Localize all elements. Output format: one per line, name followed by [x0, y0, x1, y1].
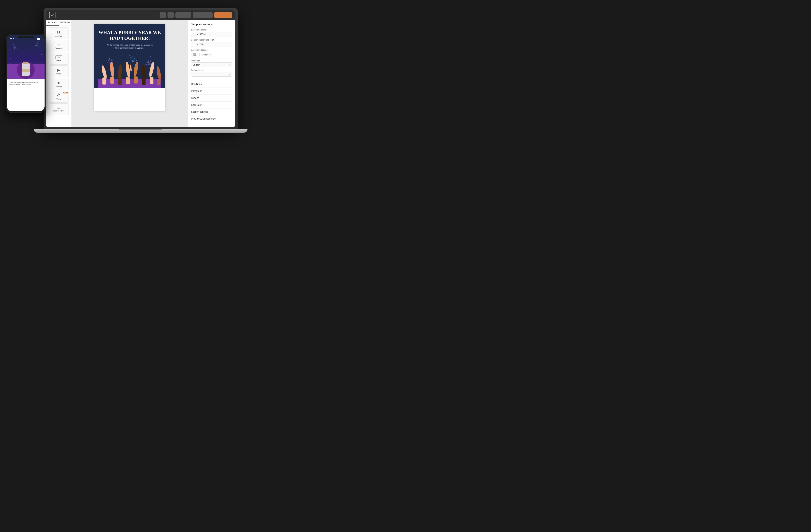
section-paragraph[interactable]: Paragraph: [191, 88, 232, 95]
language-value: English: [193, 63, 229, 66]
block-headline[interactable]: H Headline: [49, 27, 69, 39]
phone-notch: [18, 36, 34, 39]
button-icon: btn: [56, 56, 62, 59]
block-video[interactable]: ▶ Video: [49, 65, 69, 77]
language-select[interactable]: English ▾: [191, 62, 232, 67]
button-label: Button: [56, 60, 61, 62]
signal-icon: ▌▌▌: [37, 38, 40, 40]
hands-illustration: [98, 53, 162, 88]
logo-icon: [49, 12, 56, 18]
canvas-area: WHAT A BUBBLY YEAR WE HAD TOGETHER! As t…: [72, 20, 188, 127]
toolbar-btn-1[interactable]: [159, 12, 166, 18]
blocks-panel: BLOCKS SECTIONS H Headline ≡ Paragraph: [46, 20, 72, 127]
laptop-base: [34, 129, 247, 133]
laptop-screen: BLOCKS SECTIONS H Headline ≡ Paragraph: [46, 10, 235, 127]
blocks-tabs: BLOCKS SECTIONS: [46, 20, 72, 26]
product-label: Product: [56, 85, 62, 87]
custom-html-icon: </>: [57, 107, 60, 109]
phone-icons: ▌▌▌ ▮: [37, 38, 41, 40]
paragraph-label: Paragraph: [55, 47, 63, 49]
svg-text:✦: ✦: [10, 57, 12, 59]
section-buttons[interactable]: Buttons: [191, 95, 232, 102]
phone-hero: ✦ ✦ ✦: [7, 35, 45, 79]
timer-icon: ⏱: [57, 93, 61, 97]
preheader-select[interactable]: ▾: [191, 72, 232, 77]
phone-hero-svg: ✦ ✦ ✦: [7, 35, 45, 79]
svg-rect-29: [118, 78, 122, 85]
video-label: Video: [57, 73, 61, 75]
pro-badge: PRO: [63, 92, 67, 93]
settings-panel: Template settings Background color #f6f6…: [188, 20, 235, 127]
preheader-label: Preheader text: [191, 69, 232, 71]
block-button[interactable]: btn Button: [49, 53, 69, 64]
preview-button[interactable]: [175, 12, 191, 18]
bg-color-swatch: [193, 33, 196, 36]
svg-point-4: [156, 63, 156, 64]
language-label: Language: [191, 59, 232, 62]
section-seperator[interactable]: Seperator: [191, 102, 232, 108]
phone-text-area: Thank you for sharing your journey with …: [7, 79, 45, 88]
block-timer[interactable]: ⏱ Timer PRO: [49, 91, 69, 103]
svg-text:✦: ✦: [41, 54, 42, 56]
svg-point-1: [105, 58, 106, 59]
email-headline: WHAT A BUBBLY YEAR WE HAD TOGETHER!: [98, 30, 162, 41]
paragraph-icon: ≡: [58, 43, 60, 47]
section-preview-unsubscribe[interactable]: Preview & Unsubscribe: [191, 116, 232, 122]
tab-sections[interactable]: SECTIONS: [59, 20, 72, 26]
block-custom-html[interactable]: </> Custom HTML: [49, 103, 69, 115]
send-button[interactable]: [214, 12, 232, 18]
svg-point-5: [129, 55, 130, 56]
block-product[interactable]: 🛍 Product: [49, 78, 69, 90]
settings-panel-title: Template settings: [191, 23, 232, 26]
svg-rect-60: [22, 69, 30, 72]
bg-image-label: Background image: [191, 49, 232, 51]
email-hero: WHAT A BUBBLY YEAR WE HAD TOGETHER! As t…: [94, 24, 165, 88]
phone-body-text: Thank you for sharing your journey with …: [9, 81, 42, 85]
svg-rect-37: [150, 77, 153, 84]
svg-rect-61: [22, 66, 30, 68]
checkmark-icon: [50, 13, 54, 17]
svg-rect-39: [157, 78, 160, 85]
svg-line-41: [142, 66, 143, 72]
tab-blocks[interactable]: BLOCKS: [46, 20, 59, 26]
timer-label: Timer: [57, 98, 61, 100]
change-image-button[interactable]: Change: [199, 53, 211, 57]
phone-time: 12:45: [10, 38, 14, 40]
screen-bezel: BLOCKS SECTIONS H Headline ≡ Paragraph: [46, 10, 235, 127]
svg-text:✦: ✦: [25, 50, 26, 51]
video-icon: ▶: [58, 68, 60, 72]
main-content: BLOCKS SECTIONS H Headline ≡ Paragraph: [46, 20, 235, 127]
bg-image-row: 🖼 Change: [191, 52, 232, 57]
blocks-list: H Headline ≡ Paragraph btn Button: [46, 26, 72, 117]
phone-shell: 12:45 ▌▌▌ ▮: [6, 34, 46, 113]
bg-color-value: #f6f6f6: [197, 33, 205, 35]
phone-screen: 12:45 ▌▌▌ ▮: [7, 35, 45, 111]
laptop-shell: BLOCKS SECTIONS H Headline ≡ Paragraph: [44, 8, 238, 131]
language-dropdown-icon: ▾: [229, 64, 230, 66]
preheader-dropdown-icon: ▾: [229, 73, 230, 75]
svg-rect-33: [134, 76, 138, 83]
bg-color-label: Background color: [191, 29, 232, 31]
toolbar-btn-2[interactable]: [168, 12, 174, 18]
content-bg-color-input[interactable]: #ffffff: [191, 42, 232, 47]
headline-icon: H: [57, 30, 60, 35]
block-paragraph[interactable]: ≡ Paragraph: [49, 40, 69, 52]
svg-rect-59: [23, 62, 28, 64]
content-bg-color-swatch: [193, 43, 196, 46]
battery-icon: ▮: [41, 38, 41, 40]
svg-rect-27: [110, 77, 114, 84]
section-headlines[interactable]: Headlines: [191, 81, 232, 88]
email-canvas: WHAT A BUBBLY YEAR WE HAD TOGETHER! As t…: [94, 24, 165, 111]
svg-rect-35: [142, 78, 146, 85]
top-bar: [46, 10, 235, 20]
email-subtext: As the sparkle settles on another year, …: [106, 44, 153, 49]
svg-line-40: [131, 65, 131, 71]
svg-rect-25: [102, 77, 106, 85]
content-bg-color-label: Content background color: [191, 39, 232, 41]
bg-image-box: 🖼: [191, 52, 198, 57]
custom-html-label: Custom HTML: [53, 110, 64, 112]
headline-label: Headline: [55, 35, 62, 37]
bg-color-input[interactable]: #f6f6f6: [191, 32, 232, 37]
save-draft-button[interactable]: [193, 12, 213, 18]
section-settings[interactable]: Section settings: [191, 108, 232, 116]
